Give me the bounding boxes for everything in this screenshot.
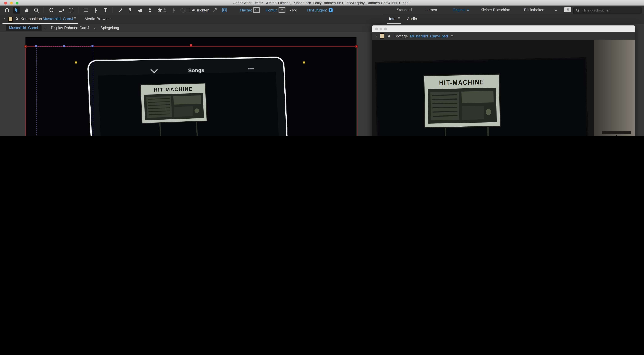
align-toggle[interactable]: Ausrichten: [186, 6, 209, 15]
layer-handle[interactable]: [91, 45, 94, 47]
breadcrumb-separator: ‹: [91, 26, 99, 30]
comp-tab-icon: [8, 16, 13, 22]
selection-tool[interactable]: [13, 7, 20, 14]
layer-handle[interactable]: [63, 45, 66, 47]
photo-tv-screen: [375, 57, 590, 136]
add-label: Hinzufügen:: [307, 8, 327, 12]
zoom-tool[interactable]: [33, 7, 40, 14]
layer-handle[interactable]: [35, 45, 38, 47]
float-zoom-button[interactable]: [384, 27, 387, 30]
workspace-lernen[interactable]: Lernen: [426, 6, 437, 15]
workspace-menu-icon[interactable]: ≡: [467, 8, 469, 12]
layer-anchor-handle[interactable]: [75, 61, 77, 64]
help-search[interactable]: [574, 7, 642, 14]
footage-tab-icon: [380, 33, 384, 39]
workspace-overflow-chevron[interactable]: »: [554, 6, 557, 15]
workspace-kleiner-bildschirm[interactable]: Kleiner Bildschirm: [480, 6, 510, 15]
footage-name[interactable]: Musterbild_Cam4.psd: [410, 34, 448, 38]
composition-viewer[interactable]: Songs ••• 00:15 03:28: [0, 32, 383, 136]
composition-panel: × Komposition Musterbild_Cam4 ≡ Media-Br…: [0, 14, 383, 136]
window-title: Adobe After Effects - /Daten/Tillmann_Pu…: [0, 1, 644, 5]
brush-tool[interactable]: [117, 7, 124, 14]
footage-kind[interactable]: Footage: [394, 34, 408, 38]
align-label: Ausrichten: [192, 8, 209, 12]
tab-audio[interactable]: Audio: [407, 16, 417, 21]
breadcrumb-item[interactable]: Display-Rahmen-Cam4: [49, 26, 91, 30]
hand-tool[interactable]: [23, 7, 30, 14]
after-effects-window: Adobe After Effects - /Daten/Tillmann_Pu…: [0, 0, 644, 136]
pan-behind-tool[interactable]: [67, 7, 74, 14]
tab-info[interactable]: Info: [389, 16, 396, 21]
layer-bounding-box: [36, 46, 93, 136]
footage-floating-window: × Footage Musterbild_Cam4.psd ≡: [372, 25, 635, 136]
home-tool[interactable]: [3, 7, 10, 14]
comp-breadcrumb: Musterbild_Cam4 ‹ Display-Rahmen-Cam4 ‹ …: [0, 24, 383, 33]
selection-handle[interactable]: [190, 44, 192, 47]
toolbar: Ausrichten Fläche: ? Kontur: ? - Px Hinz…: [0, 6, 644, 15]
roto-brush-tool[interactable]: [146, 7, 153, 14]
media-browser-tab[interactable]: Media-Browser: [84, 16, 111, 21]
eraser-tool[interactable]: [136, 7, 143, 14]
workspace-panel-button[interactable]: ⊞: [564, 7, 571, 12]
type-tool[interactable]: [102, 7, 109, 14]
fill-label: Fläche:: [240, 8, 252, 12]
layer-anchor-handle[interactable]: [303, 61, 305, 64]
stroke-control[interactable]: Kontur: ?: [266, 6, 285, 15]
footage-tab-close-icon[interactable]: ×: [376, 34, 378, 38]
breadcrumb-separator: ‹: [41, 26, 49, 30]
comp-tab-lock-icon[interactable]: [15, 16, 19, 21]
info-tab-menu-icon[interactable]: ≡: [398, 16, 400, 21]
mask-visibility-icon[interactable]: [222, 6, 227, 15]
footage-panel-header: × Footage Musterbild_Cam4.psd ≡: [372, 32, 635, 40]
fill-control[interactable]: Fläche: ?: [240, 6, 260, 15]
add-menu-icon[interactable]: [328, 8, 333, 13]
workspace-original[interactable]: Original≡: [453, 6, 469, 15]
snap-icon[interactable]: [212, 6, 217, 15]
breadcrumb-item[interactable]: Spiegelung: [99, 26, 121, 30]
active-tab-underline: [387, 23, 401, 24]
photo-background-wall: [594, 40, 635, 136]
rectangle-tool[interactable]: [82, 7, 89, 14]
pen-tool[interactable]: [92, 7, 99, 14]
fill-swatch[interactable]: ?: [253, 8, 259, 13]
comp-tab-menu-icon[interactable]: ≡: [74, 16, 76, 21]
disabled-tool-icons: [162, 6, 186, 15]
selection-handle[interactable]: [24, 45, 27, 48]
float-close-button[interactable]: [375, 27, 378, 30]
stroke-label: Kontur:: [266, 8, 278, 12]
rotate-tool[interactable]: [48, 7, 54, 14]
align-checkbox[interactable]: [186, 8, 190, 13]
stroke-swatch[interactable]: ?: [279, 8, 285, 13]
help-search-input[interactable]: [582, 8, 636, 13]
selection-handle[interactable]: [355, 45, 358, 48]
info-audio-tabbar: Info ≡ Audio: [383, 14, 644, 24]
comp-tab-close-icon[interactable]: ×: [3, 16, 6, 21]
camera-tool[interactable]: [58, 7, 64, 14]
comp-tab-kind[interactable]: Komposition: [20, 16, 42, 21]
titlebar: Adobe After Effects - /Daten/Tillmann_Pu…: [0, 0, 644, 6]
float-minimize-button[interactable]: [380, 27, 382, 30]
add-control[interactable]: Hinzufügen:: [307, 6, 333, 15]
workspace-bibliotheken[interactable]: Bibliotheken: [524, 6, 544, 15]
floating-window-titlebar[interactable]: [372, 26, 635, 32]
workspace-standard[interactable]: Standard: [397, 6, 412, 15]
stroke-width-label: - Px: [290, 6, 296, 15]
footage-viewer[interactable]: [372, 40, 635, 136]
breadcrumb-item-active[interactable]: Musterbild_Cam4: [6, 25, 41, 31]
comp-panel-tabbar: × Komposition Musterbild_Cam4 ≡ Media-Br…: [0, 14, 383, 24]
footage-lock-icon[interactable]: [387, 34, 391, 38]
comp-tab-name[interactable]: Musterbild_Cam4: [43, 16, 73, 21]
footage-menu-icon[interactable]: ≡: [451, 34, 453, 38]
clone-stamp-tool[interactable]: [126, 7, 134, 14]
